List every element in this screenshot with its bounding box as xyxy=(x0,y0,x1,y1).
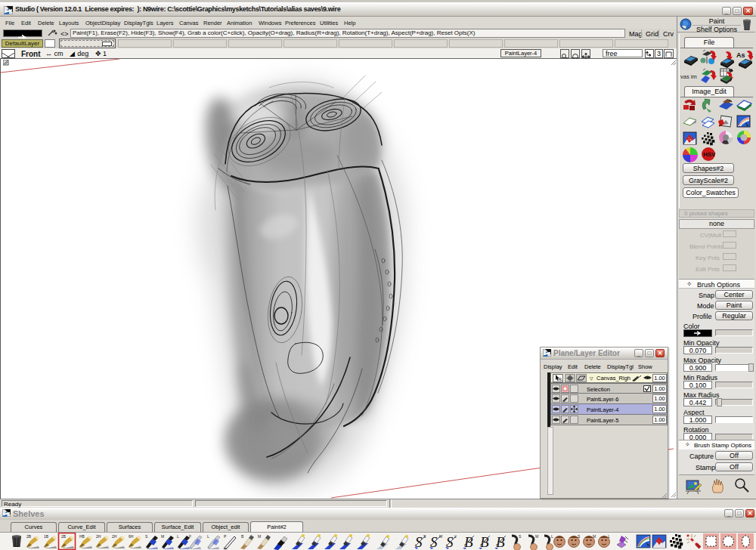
svg-text:B: B xyxy=(241,534,244,539)
svg-text:HSV: HSV xyxy=(703,151,716,158)
svg-text:M: M xyxy=(161,534,164,539)
svg-text:P: P xyxy=(224,534,227,539)
svg-text:L: L xyxy=(551,534,553,539)
svg-text:M: M xyxy=(258,534,261,539)
svg-text:6H: 6H xyxy=(129,534,134,539)
svg-text:L: L xyxy=(608,534,610,539)
svg-text:2H: 2H xyxy=(112,534,117,539)
svg-text:M: M xyxy=(439,534,442,539)
svg-text:F: F xyxy=(189,534,191,539)
svg-text:L: L xyxy=(207,534,209,539)
svg-text:HB: HB xyxy=(79,534,85,539)
svg-text:2B: 2B xyxy=(61,534,67,539)
svg-text:S: S xyxy=(578,534,581,539)
svg-text:M: M xyxy=(535,534,538,539)
svg-text:S: S xyxy=(423,534,426,539)
svg-text:2H: 2H xyxy=(96,534,101,539)
svg-text:2B: 2B xyxy=(26,534,32,539)
svg-text:1B: 1B xyxy=(44,534,49,539)
svg-text:S: S xyxy=(519,534,522,539)
svg-text:L: L xyxy=(177,534,179,539)
svg-text:M: M xyxy=(593,534,596,539)
svg-text:As: As xyxy=(736,51,745,59)
svg-text:S: S xyxy=(145,534,148,539)
svg-text:L: L xyxy=(454,534,457,539)
